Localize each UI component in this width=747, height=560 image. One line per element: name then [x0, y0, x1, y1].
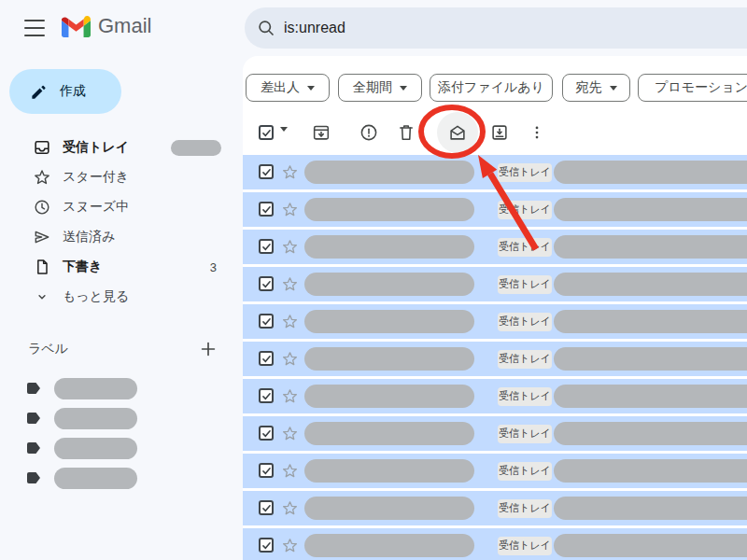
archive-button[interactable]: [311, 122, 331, 143]
inbox-badge: 受信トレイ: [498, 201, 552, 219]
inbox-badge: 受信トレイ: [498, 275, 552, 294]
star-icon[interactable]: [281, 350, 299, 368]
email-row[interactable]: 受信トレイ: [243, 528, 747, 560]
email-row[interactable]: 受信トレイ: [243, 267, 747, 301]
label-item[interactable]: [0, 373, 243, 403]
star-icon[interactable]: [281, 462, 299, 480]
sidebar-item-label: 受信トレイ: [63, 139, 129, 156]
sender-placeholder: [304, 198, 474, 221]
row-checkbox[interactable]: [259, 239, 274, 254]
subject-placeholder: [554, 310, 747, 333]
sidebar-item-more[interactable]: もっと見る: [0, 282, 243, 312]
report-spam-button[interactable]: [359, 122, 379, 143]
sender-placeholder: [304, 385, 474, 408]
move-to-button[interactable]: [489, 122, 510, 143]
inbox-badge: 受信トレイ: [498, 313, 552, 331]
select-all-checkbox[interactable]: [259, 125, 274, 140]
gmail-m-icon: [62, 15, 91, 37]
star-icon[interactable]: [281, 313, 299, 330]
star-icon[interactable]: [281, 499, 299, 517]
inbox-badge: 受信トレイ: [498, 238, 552, 257]
pencil-icon: [30, 83, 48, 101]
star-icon[interactable]: [281, 201, 299, 218]
chip-label: 宛先: [576, 79, 602, 96]
mark-as-read-button[interactable]: [447, 122, 468, 143]
email-row[interactable]: 受信トレイ: [243, 416, 747, 451]
row-checkbox[interactable]: [259, 351, 274, 366]
delete-button[interactable]: [396, 122, 416, 143]
more-options-button[interactable]: [527, 122, 547, 143]
email-row[interactable]: 受信トレイ: [243, 192, 747, 227]
email-row[interactable]: 受信トレイ: [243, 304, 747, 339]
inbox-badge: 受信トレイ: [498, 387, 552, 406]
chevron-down-icon: [33, 287, 51, 306]
filter-chip-to[interactable]: 宛先: [562, 74, 630, 102]
delete-icon: [396, 122, 416, 143]
row-checkbox[interactable]: [259, 314, 274, 329]
row-checkbox[interactable]: [259, 500, 274, 515]
star-icon[interactable]: [281, 238, 299, 256]
sidebar-item-snoozed[interactable]: スヌーズ中: [0, 192, 243, 222]
sender-placeholder: [304, 273, 474, 296]
row-checkbox[interactable]: [259, 164, 274, 179]
row-checkbox[interactable]: [259, 388, 274, 403]
email-row[interactable]: 受信トレイ: [243, 379, 747, 413]
email-row[interactable]: 受信トレイ: [243, 491, 747, 525]
email-list: 受信トレイ 受信トレイ 受信トレイ 受信トレイ: [243, 155, 747, 560]
label-item[interactable]: [0, 403, 243, 433]
archive-icon: [311, 122, 331, 143]
sender-placeholder: [304, 347, 474, 371]
chevron-down-icon: [610, 86, 617, 91]
sidebar-item-sent[interactable]: 送信済み: [0, 222, 243, 252]
email-row[interactable]: 受信トレイ: [243, 454, 747, 488]
star-icon[interactable]: [281, 387, 299, 405]
count-placeholder: [171, 140, 221, 156]
labels-header: ラベル: [0, 336, 243, 362]
row-checkbox[interactable]: [259, 202, 274, 217]
email-row[interactable]: 受信トレイ: [243, 230, 747, 264]
inbox-badge: 受信トレイ: [498, 163, 552, 182]
star-icon[interactable]: [281, 537, 299, 554]
chevron-down-icon: [400, 86, 407, 91]
subject-placeholder: [554, 459, 747, 483]
search-icon[interactable]: [257, 19, 275, 37]
row-checkbox[interactable]: [259, 463, 274, 478]
subject-placeholder: [554, 161, 747, 184]
filter-chip-attachment[interactable]: 添付ファイルあり: [430, 74, 553, 102]
filter-chip-promotions[interactable]: プロモーション: [638, 74, 747, 102]
compose-button[interactable]: 作成: [9, 69, 121, 114]
label-item[interactable]: [0, 463, 243, 493]
chip-label: 添付ファイルあり: [438, 79, 544, 96]
inbox-badge: 受信トレイ: [498, 499, 552, 518]
sidebar-item-starred[interactable]: スター付き: [0, 162, 243, 192]
star-icon[interactable]: [281, 275, 299, 293]
sender-placeholder: [304, 459, 474, 483]
subject-placeholder: [554, 235, 747, 259]
subject-placeholder: [554, 497, 747, 520]
row-checkbox[interactable]: [259, 276, 274, 291]
menu-icon[interactable]: [24, 19, 45, 37]
label-placeholder: [54, 378, 137, 399]
select-dropdown-caret[interactable]: [280, 132, 288, 146]
sidebar-item-inbox[interactable]: 受信トレイ: [0, 133, 243, 162]
inbox-badge: 受信トレイ: [498, 537, 552, 555]
label-placeholder: [54, 468, 137, 489]
row-checkbox[interactable]: [259, 538, 274, 553]
topbar: Gmail is:unread: [0, 0, 747, 56]
star-icon[interactable]: [281, 425, 299, 442]
row-checkbox[interactable]: [259, 426, 274, 441]
email-row[interactable]: 受信トレイ: [243, 342, 747, 376]
sender-placeholder: [304, 161, 474, 184]
label-icon: [27, 472, 40, 483]
filter-chip-from[interactable]: 差出人: [246, 74, 330, 102]
report-spam-icon: [359, 122, 379, 143]
star-icon[interactable]: [281, 163, 299, 181]
label-item[interactable]: [0, 433, 243, 463]
star-icon: [33, 168, 51, 187]
search-bar[interactable]: is:unread: [245, 7, 747, 49]
filter-chip-date[interactable]: 全期間: [338, 74, 422, 102]
gmail-logo[interactable]: Gmail: [62, 14, 151, 38]
sidebar-item-drafts[interactable]: 下書き 3: [0, 252, 243, 282]
plus-icon[interactable]: [198, 339, 218, 359]
email-row[interactable]: 受信トレイ: [243, 155, 747, 189]
